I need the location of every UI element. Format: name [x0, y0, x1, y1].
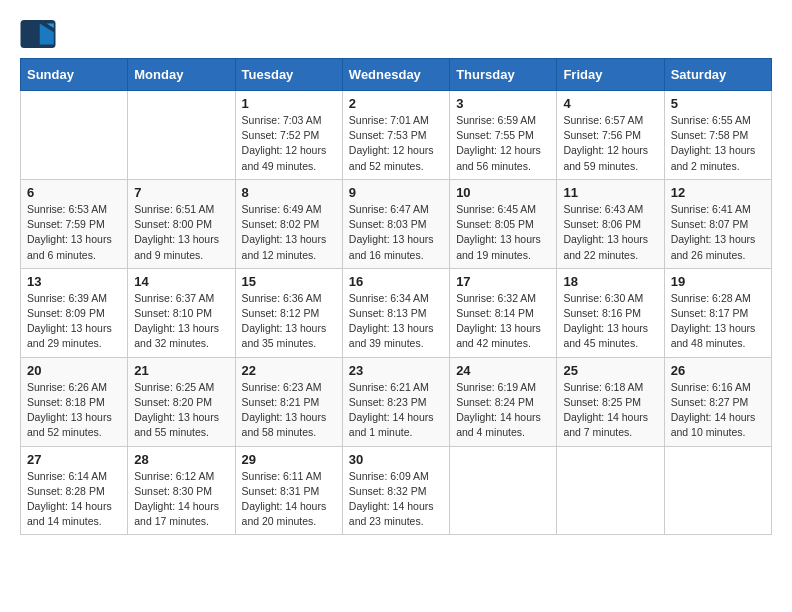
day-info: Sunrise: 6:23 AMSunset: 8:21 PMDaylight:…: [242, 380, 336, 441]
calendar-body: 1Sunrise: 7:03 AMSunset: 7:52 PMDaylight…: [21, 91, 772, 535]
calendar-cell: 29Sunrise: 6:11 AMSunset: 8:31 PMDayligh…: [235, 446, 342, 535]
day-number: 8: [242, 185, 336, 200]
day-number: 25: [563, 363, 657, 378]
day-info: Sunrise: 6:49 AMSunset: 8:02 PMDaylight:…: [242, 202, 336, 263]
day-number: 28: [134, 452, 228, 467]
day-info: Sunrise: 7:03 AMSunset: 7:52 PMDaylight:…: [242, 113, 336, 174]
calendar-header-friday: Friday: [557, 59, 664, 91]
calendar-cell: 9Sunrise: 6:47 AMSunset: 8:03 PMDaylight…: [342, 179, 449, 268]
day-number: 20: [27, 363, 121, 378]
calendar-cell: 24Sunrise: 6:19 AMSunset: 8:24 PMDayligh…: [450, 357, 557, 446]
day-info: Sunrise: 6:19 AMSunset: 8:24 PMDaylight:…: [456, 380, 550, 441]
calendar-cell: 22Sunrise: 6:23 AMSunset: 8:21 PMDayligh…: [235, 357, 342, 446]
day-info: Sunrise: 7:01 AMSunset: 7:53 PMDaylight:…: [349, 113, 443, 174]
day-number: 10: [456, 185, 550, 200]
day-number: 13: [27, 274, 121, 289]
calendar-cell: 7Sunrise: 6:51 AMSunset: 8:00 PMDaylight…: [128, 179, 235, 268]
calendar-cell: 11Sunrise: 6:43 AMSunset: 8:06 PMDayligh…: [557, 179, 664, 268]
calendar-cell: 16Sunrise: 6:34 AMSunset: 8:13 PMDayligh…: [342, 268, 449, 357]
calendar-cell: 3Sunrise: 6:59 AMSunset: 7:55 PMDaylight…: [450, 91, 557, 180]
day-info: Sunrise: 6:51 AMSunset: 8:00 PMDaylight:…: [134, 202, 228, 263]
day-info: Sunrise: 6:41 AMSunset: 8:07 PMDaylight:…: [671, 202, 765, 263]
calendar-cell: [664, 446, 771, 535]
day-number: 1: [242, 96, 336, 111]
day-number: 26: [671, 363, 765, 378]
day-number: 18: [563, 274, 657, 289]
day-number: 3: [456, 96, 550, 111]
calendar-header-saturday: Saturday: [664, 59, 771, 91]
calendar-cell: 1Sunrise: 7:03 AMSunset: 7:52 PMDaylight…: [235, 91, 342, 180]
day-info: Sunrise: 6:39 AMSunset: 8:09 PMDaylight:…: [27, 291, 121, 352]
day-number: 22: [242, 363, 336, 378]
calendar-cell: 23Sunrise: 6:21 AMSunset: 8:23 PMDayligh…: [342, 357, 449, 446]
calendar-cell: 6Sunrise: 6:53 AMSunset: 7:59 PMDaylight…: [21, 179, 128, 268]
day-number: 29: [242, 452, 336, 467]
day-info: Sunrise: 6:59 AMSunset: 7:55 PMDaylight:…: [456, 113, 550, 174]
day-info: Sunrise: 6:57 AMSunset: 7:56 PMDaylight:…: [563, 113, 657, 174]
day-number: 2: [349, 96, 443, 111]
calendar-cell: 17Sunrise: 6:32 AMSunset: 8:14 PMDayligh…: [450, 268, 557, 357]
day-info: Sunrise: 6:16 AMSunset: 8:27 PMDaylight:…: [671, 380, 765, 441]
day-info: Sunrise: 6:14 AMSunset: 8:28 PMDaylight:…: [27, 469, 121, 530]
calendar-cell: 26Sunrise: 6:16 AMSunset: 8:27 PMDayligh…: [664, 357, 771, 446]
day-info: Sunrise: 6:18 AMSunset: 8:25 PMDaylight:…: [563, 380, 657, 441]
day-number: 7: [134, 185, 228, 200]
day-number: 11: [563, 185, 657, 200]
calendar-cell: 5Sunrise: 6:55 AMSunset: 7:58 PMDaylight…: [664, 91, 771, 180]
calendar-cell: 10Sunrise: 6:45 AMSunset: 8:05 PMDayligh…: [450, 179, 557, 268]
calendar-cell: 12Sunrise: 6:41 AMSunset: 8:07 PMDayligh…: [664, 179, 771, 268]
day-info: Sunrise: 6:43 AMSunset: 8:06 PMDaylight:…: [563, 202, 657, 263]
calendar-week-1: 1Sunrise: 7:03 AMSunset: 7:52 PMDaylight…: [21, 91, 772, 180]
calendar-cell: 8Sunrise: 6:49 AMSunset: 8:02 PMDaylight…: [235, 179, 342, 268]
calendar-cell: 30Sunrise: 6:09 AMSunset: 8:32 PMDayligh…: [342, 446, 449, 535]
day-info: Sunrise: 6:32 AMSunset: 8:14 PMDaylight:…: [456, 291, 550, 352]
calendar-week-4: 20Sunrise: 6:26 AMSunset: 8:18 PMDayligh…: [21, 357, 772, 446]
day-number: 9: [349, 185, 443, 200]
day-info: Sunrise: 6:34 AMSunset: 8:13 PMDaylight:…: [349, 291, 443, 352]
day-number: 16: [349, 274, 443, 289]
calendar-cell: [450, 446, 557, 535]
page-header: [20, 20, 772, 48]
calendar-cell: 15Sunrise: 6:36 AMSunset: 8:12 PMDayligh…: [235, 268, 342, 357]
calendar-header-row: SundayMondayTuesdayWednesdayThursdayFrid…: [21, 59, 772, 91]
day-number: 17: [456, 274, 550, 289]
calendar-cell: 18Sunrise: 6:30 AMSunset: 8:16 PMDayligh…: [557, 268, 664, 357]
logo: [20, 20, 62, 48]
calendar-cell: 13Sunrise: 6:39 AMSunset: 8:09 PMDayligh…: [21, 268, 128, 357]
day-info: Sunrise: 6:28 AMSunset: 8:17 PMDaylight:…: [671, 291, 765, 352]
day-info: Sunrise: 6:55 AMSunset: 7:58 PMDaylight:…: [671, 113, 765, 174]
day-number: 19: [671, 274, 765, 289]
calendar-header-wednesday: Wednesday: [342, 59, 449, 91]
logo-icon: [20, 20, 56, 48]
day-info: Sunrise: 6:21 AMSunset: 8:23 PMDaylight:…: [349, 380, 443, 441]
day-number: 24: [456, 363, 550, 378]
day-info: Sunrise: 6:47 AMSunset: 8:03 PMDaylight:…: [349, 202, 443, 263]
calendar-cell: [128, 91, 235, 180]
day-number: 27: [27, 452, 121, 467]
day-number: 21: [134, 363, 228, 378]
day-info: Sunrise: 6:37 AMSunset: 8:10 PMDaylight:…: [134, 291, 228, 352]
calendar-cell: 28Sunrise: 6:12 AMSunset: 8:30 PMDayligh…: [128, 446, 235, 535]
calendar-cell: 4Sunrise: 6:57 AMSunset: 7:56 PMDaylight…: [557, 91, 664, 180]
day-info: Sunrise: 6:53 AMSunset: 7:59 PMDaylight:…: [27, 202, 121, 263]
calendar-header-sunday: Sunday: [21, 59, 128, 91]
day-info: Sunrise: 6:30 AMSunset: 8:16 PMDaylight:…: [563, 291, 657, 352]
calendar-cell: [21, 91, 128, 180]
day-info: Sunrise: 6:09 AMSunset: 8:32 PMDaylight:…: [349, 469, 443, 530]
day-number: 12: [671, 185, 765, 200]
day-info: Sunrise: 6:12 AMSunset: 8:30 PMDaylight:…: [134, 469, 228, 530]
day-info: Sunrise: 6:25 AMSunset: 8:20 PMDaylight:…: [134, 380, 228, 441]
calendar-cell: 14Sunrise: 6:37 AMSunset: 8:10 PMDayligh…: [128, 268, 235, 357]
calendar-cell: 21Sunrise: 6:25 AMSunset: 8:20 PMDayligh…: [128, 357, 235, 446]
day-info: Sunrise: 6:45 AMSunset: 8:05 PMDaylight:…: [456, 202, 550, 263]
day-number: 14: [134, 274, 228, 289]
day-info: Sunrise: 6:36 AMSunset: 8:12 PMDaylight:…: [242, 291, 336, 352]
day-number: 5: [671, 96, 765, 111]
calendar-header-tuesday: Tuesday: [235, 59, 342, 91]
calendar-header-monday: Monday: [128, 59, 235, 91]
calendar-cell: 27Sunrise: 6:14 AMSunset: 8:28 PMDayligh…: [21, 446, 128, 535]
calendar-cell: 19Sunrise: 6:28 AMSunset: 8:17 PMDayligh…: [664, 268, 771, 357]
calendar-table: SundayMondayTuesdayWednesdayThursdayFrid…: [20, 58, 772, 535]
calendar-cell: 2Sunrise: 7:01 AMSunset: 7:53 PMDaylight…: [342, 91, 449, 180]
calendar-cell: 20Sunrise: 6:26 AMSunset: 8:18 PMDayligh…: [21, 357, 128, 446]
